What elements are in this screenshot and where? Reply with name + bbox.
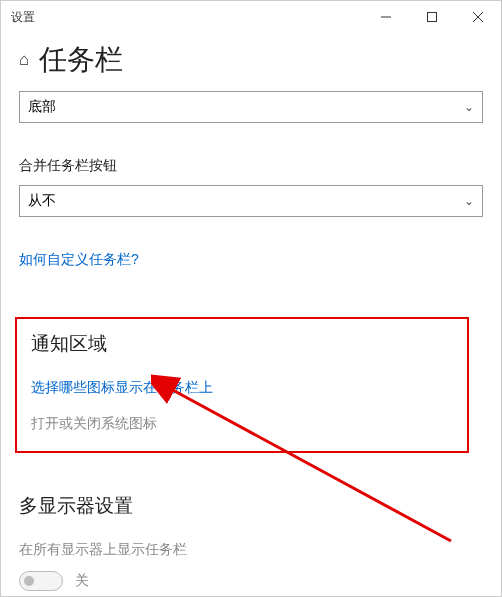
- combine-buttons-dropdown[interactable]: 从不 ⌄: [19, 185, 483, 217]
- minimize-button[interactable]: [363, 1, 409, 33]
- page-header: ⌂ 任务栏: [1, 33, 501, 85]
- window-title: 设置: [11, 9, 35, 26]
- toggle-track: [19, 571, 63, 591]
- show-on-all-toggle[interactable]: 关: [19, 571, 483, 591]
- select-icons-link[interactable]: 选择哪些图标显示在任务栏上: [31, 379, 453, 397]
- multi-display-title: 多显示器设置: [19, 493, 483, 519]
- notification-area-section: 通知区域 选择哪些图标显示在任务栏上 打开或关闭系统图标: [15, 317, 469, 453]
- combine-buttons-value: 从不: [28, 192, 56, 210]
- taskbar-position-dropdown[interactable]: 底部 ⌄: [19, 91, 483, 123]
- toggle-state-label: 关: [75, 572, 89, 590]
- window-titlebar: 设置: [1, 1, 501, 33]
- chevron-down-icon: ⌄: [464, 100, 474, 114]
- toggle-thumb: [24, 576, 34, 586]
- home-icon[interactable]: ⌂: [19, 50, 29, 70]
- system-icons-link[interactable]: 打开或关闭系统图标: [31, 415, 453, 433]
- close-button[interactable]: [455, 1, 501, 33]
- chevron-down-icon: ⌄: [464, 194, 474, 208]
- show-on-all-label: 在所有显示器上显示任务栏: [19, 541, 483, 559]
- taskbar-position-value: 底部: [28, 98, 56, 116]
- combine-buttons-label: 合并任务栏按钮: [19, 157, 483, 175]
- svg-rect-1: [428, 13, 437, 22]
- notification-area-title: 通知区域: [31, 331, 453, 357]
- page-title: 任务栏: [39, 41, 123, 79]
- maximize-button[interactable]: [409, 1, 455, 33]
- customize-taskbar-link[interactable]: 如何自定义任务栏?: [19, 251, 139, 269]
